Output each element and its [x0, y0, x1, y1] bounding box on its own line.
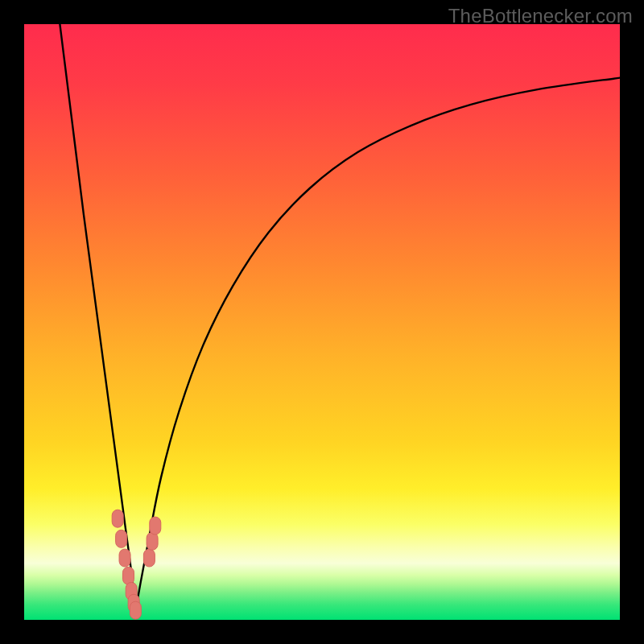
left-branch	[60, 24, 135, 611]
highlight-dots	[112, 510, 161, 619]
right-branch	[135, 78, 620, 611]
marker-dot	[112, 510, 123, 527]
marker-dot	[143, 549, 155, 567]
watermark-text: TheBottlenecker.com	[448, 5, 633, 27]
marker-dot	[147, 532, 158, 550]
marker-dot	[150, 517, 161, 535]
curve-layer	[24, 24, 620, 620]
marker-dot	[130, 601, 141, 619]
marker-dot	[119, 549, 130, 567]
plot-area	[24, 24, 620, 620]
marker-dot	[116, 530, 127, 547]
marker-dot	[123, 567, 134, 584]
chart-frame: TheBottlenecker.com	[0, 0, 644, 644]
